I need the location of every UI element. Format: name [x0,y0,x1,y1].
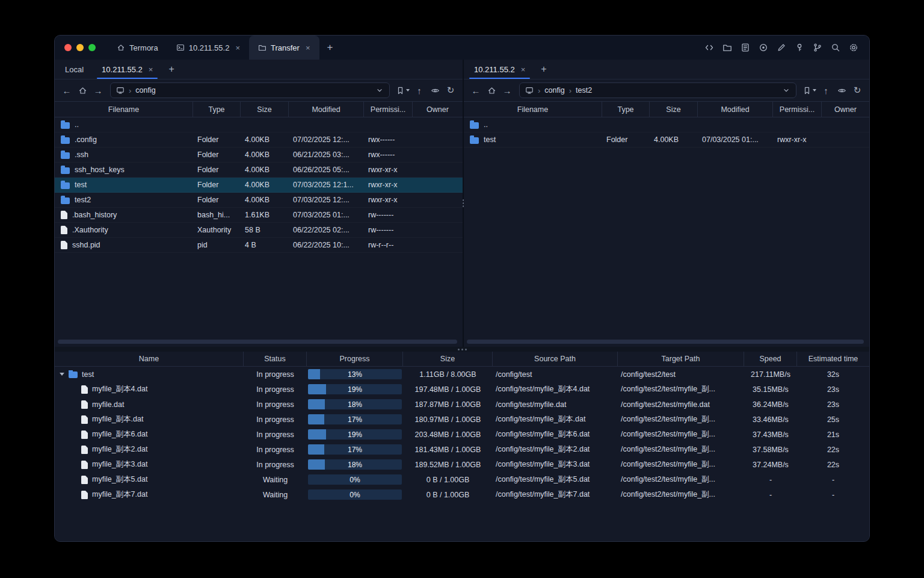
column-header[interactable]: Name [55,352,244,366]
upload-button[interactable]: ↑ [412,83,427,98]
column-header[interactable]: Modified [698,102,773,117]
horizontal-scrollbar[interactable] [58,340,457,344]
tab-local[interactable]: Local [56,60,93,79]
transfer-row[interactable]: myfile_副本.dat In progress 17% 180.97MB /… [55,412,869,427]
back-button[interactable]: ← [469,83,483,98]
file-row[interactable]: test Folder 4.00KB 07/03/2025 01:... rwx… [464,132,869,148]
home-button[interactable] [75,83,90,98]
forward-button[interactable]: → [91,83,105,98]
column-header[interactable]: Permissi... [773,102,822,117]
close-window-button[interactable] [64,44,72,51]
eye-icon [431,86,440,95]
expand-chevron-icon[interactable] [60,373,64,376]
breadcrumb[interactable]: › config › test2 [519,82,796,98]
speed: 33.46MB/s [744,415,797,424]
column-header[interactable]: Size [650,102,698,117]
transfer-row[interactable]: myfile.dat In progress 18% 187.87MB / 1.… [55,397,869,412]
column-header[interactable]: Owner [413,102,463,117]
bookmark-button[interactable] [801,86,818,95]
column-header[interactable]: Progress [307,352,403,366]
tab-transfer[interactable]: Transfer × [249,36,319,60]
tab-remote-session[interactable]: 10.211.55.2 × [465,60,534,79]
log-icon[interactable] [738,40,753,55]
show-hidden-button[interactable] [834,83,849,98]
estimated-time: 23s [797,385,869,394]
source-path: /config/test/myfile_副本7.dat [493,489,618,500]
file-row-parent[interactable]: .. [464,117,869,132]
column-header[interactable]: Filename [55,102,193,117]
column-header[interactable]: Estimated time [797,352,869,366]
upload-button[interactable]: ↑ [819,83,833,98]
file-row[interactable]: .Xauthority Xauthority 58 B 06/22/2025 0… [55,223,463,238]
edit-icon[interactable] [774,40,789,55]
column-header[interactable]: Modified [289,102,364,117]
column-header[interactable]: Permissi... [364,102,413,117]
transfer-row[interactable]: myfile_副本7.dat Waiting 0% 0 B / 1.00GB /… [55,487,869,502]
file-row[interactable]: test2 Folder 4.00KB 07/03/2025 12:... rw… [55,193,463,208]
column-header[interactable]: Size [403,352,493,366]
column-header[interactable]: Speed [744,352,797,366]
column-header[interactable]: Target Path [618,352,744,366]
file-row[interactable]: .config Folder 4.00KB 07/02/2025 12:... … [55,132,463,148]
transfer-row[interactable]: myfile_副本6.dat In progress 19% 203.48MB … [55,427,869,442]
transfer-splitter[interactable] [55,347,869,352]
transfer-row[interactable]: myfile_副本5.dat Waiting 0% 0 B / 1.00GB /… [55,472,869,487]
size: 0 B / 1.00GB [403,476,493,484]
add-panel-tab-button[interactable]: + [534,60,553,79]
breadcrumb[interactable]: › config [110,82,390,98]
home-button[interactable] [484,83,499,98]
tab-terminal-session[interactable]: 10.211.55.2 × [167,36,249,60]
minimize-window-button[interactable] [76,44,84,51]
file-row[interactable]: sshd.pid pid 4 B 06/22/2025 10:... rw-r-… [55,238,463,253]
breadcrumb-segment[interactable]: config [135,86,155,95]
settings-icon[interactable] [846,40,861,55]
column-header[interactable]: Type [193,102,241,117]
code-icon[interactable] [701,40,716,55]
file-row[interactable]: .bash_history bash_hi... 1.61KB 07/03/20… [55,208,463,223]
search-icon[interactable] [828,40,843,55]
refresh-button[interactable]: ↻ [443,83,458,98]
add-panel-tab-button[interactable]: + [162,60,180,79]
branch-icon[interactable] [810,40,825,55]
source-path: /config/test/myfile_副本4.dat [493,384,618,394]
tab-termora[interactable]: Termora [108,36,167,60]
file-icon [81,385,88,394]
file-row-selected[interactable]: test Folder 4.00KB 07/03/2025 12:1... rw… [55,178,463,193]
column-header[interactable]: Status [244,352,307,366]
column-header[interactable]: Type [602,102,650,117]
file-row[interactable]: ssh_host_keys Folder 4.00KB 06/26/2025 0… [55,163,463,178]
close-tab-icon[interactable]: × [521,65,526,74]
filename: .ssh [75,151,88,159]
transfer-row[interactable]: test In progress 13% 1.11GB / 8.00GB /co… [55,367,869,382]
column-header[interactable]: Filename [464,102,602,117]
tab-remote-session[interactable]: 10.211.55.2 × [93,60,162,79]
key-icon[interactable] [792,40,807,55]
new-tab-button[interactable]: + [319,36,341,60]
close-tab-icon[interactable]: × [306,43,310,52]
transfer-row[interactable]: myfile_副本3.dat In progress 18% 189.52MB … [55,457,869,472]
breadcrumb-segment[interactable]: test2 [576,86,592,95]
column-header[interactable]: Owner [822,102,869,117]
record-icon[interactable] [756,40,771,55]
forward-button[interactable]: → [500,83,514,98]
column-header[interactable]: Source Path [493,352,618,366]
transfer-row[interactable]: myfile_副本2.dat In progress 17% 181.43MB … [55,442,869,457]
folder-icon[interactable] [719,40,735,55]
close-tab-icon[interactable]: × [235,43,240,52]
transfer-panel: Name Status Progress Size Source Path Ta… [55,352,869,541]
back-button[interactable]: ← [60,83,74,98]
show-hidden-button[interactable] [428,83,442,98]
transfer-row[interactable]: myfile_副本4.dat In progress 19% 197.48MB … [55,382,869,397]
bookmark-button[interactable] [395,86,411,95]
breadcrumb-segment[interactable]: config [544,86,564,95]
file-row-parent[interactable]: .. [55,117,463,132]
zoom-window-button[interactable] [88,44,96,51]
column-header[interactable]: Size [241,102,289,117]
refresh-button[interactable]: ↻ [850,83,864,98]
horizontal-scrollbar[interactable] [467,340,864,344]
file-row[interactable]: .ssh Folder 4.00KB 06/21/2025 03:... rwx… [55,148,463,163]
transfer-name: myfile_副本4.dat [92,384,147,394]
close-tab-icon[interactable]: × [149,65,153,74]
chevron-down-icon[interactable] [782,86,790,95]
chevron-down-icon[interactable] [375,86,384,95]
